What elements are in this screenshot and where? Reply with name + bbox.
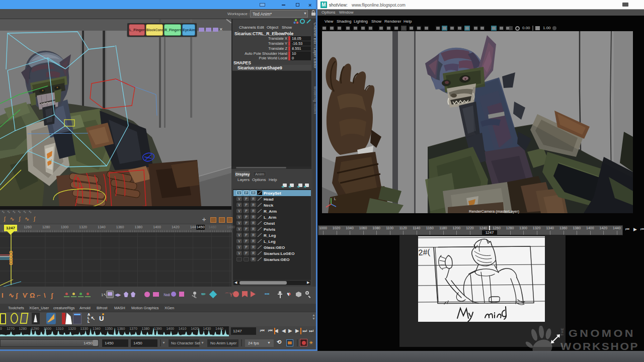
svg-text:2#(: 2#( [418,247,431,257]
svg-text:L: L [334,197,336,201]
